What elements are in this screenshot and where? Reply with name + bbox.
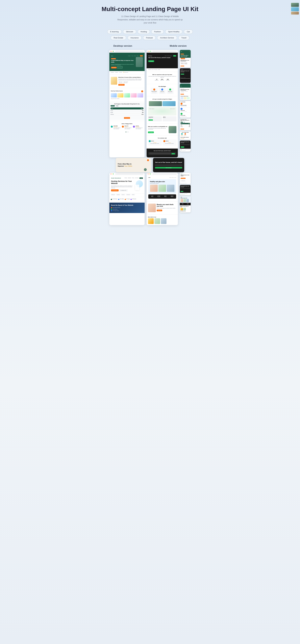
mobile-stats-bar: 120+Products 1700+Customers: [180, 203, 191, 205]
mobile-courses-title: What Kind of Courses Offers Learning Pla…: [180, 89, 190, 91]
get-out-btn[interactable]: Search: [171, 153, 175, 154]
mobile-explore-btn[interactable]: Explore more: [180, 66, 184, 66]
stat-dest: 300: [166, 79, 170, 80]
stat-120-num: 120+: [150, 196, 155, 197]
mobile-product-2: [183, 199, 186, 202]
mobile-yearly-tab[interactable]: Yearly: [183, 122, 185, 123]
mobile-travel-adv: Our advantages Many travel options Lorem…: [180, 101, 191, 118]
mobile-hosting-hero: Avasil ☰ Hosting Services for Your Websi…: [180, 173, 191, 182]
get-out-input[interactable]: [150, 153, 171, 154]
mobile-find-improve: Find a New Way to Improve: [180, 137, 190, 138]
stat-exp: 15: [155, 79, 158, 80]
logo-hostinger: Hostinger: [116, 194, 120, 195]
mobile-travel-hero: Pilot·Hop ☰ Get out of the house, and le…: [180, 68, 191, 77]
travel-hero-btn[interactable]: Get started: [148, 60, 154, 62]
screenshot-group-1: duca. Programs Courses About Pricing Log…: [95, 50, 205, 157]
learners-count: 10K Learners: [119, 82, 122, 83]
tag-architect[interactable]: Architect Service: [157, 36, 177, 40]
mobile-elearning-2: duca. duolingo coursera What Kind of Cou…: [180, 84, 191, 100]
mobile-search-btn[interactable]: Search: [181, 146, 184, 148]
mobile-hosting-col: Avasil ☰ Hosting Services for Your Websi…: [180, 173, 191, 225]
stars-3: ★★★★★: [136, 126, 143, 127]
mobile-travel-btn[interactable]: Get started: [181, 74, 184, 74]
mobile-travel: Pilot·Hop ☰ Get out of the house, and le…: [180, 68, 191, 83]
mobile-adv1-name: Many travel options: [180, 105, 190, 106]
tag-fashion[interactable]: Fashion: [151, 30, 164, 34]
mobile-adv-icon-2: [180, 108, 182, 110]
courses-count: 100+ Courses: [119, 82, 123, 82]
hosting-migration-btn[interactable]: Free Migration Plan: [119, 190, 128, 192]
tag-travel[interactable]: Travel: [178, 36, 189, 40]
bs-product-1: [148, 218, 154, 224]
trusted-travel-icon: [161, 88, 163, 90]
get-started-btn[interactable]: Get started: [149, 120, 153, 121]
mobile-choose-plan-btn[interactable]: Choose Plan: [180, 129, 184, 130]
course-item-5: [137, 93, 143, 98]
vacation-title: Let's go on vacation and get rid of fati…: [148, 98, 176, 100]
min-dot: [112, 51, 113, 52]
mobile-dark-get-out: Get out of the house, and let's travel S…: [180, 185, 191, 195]
mobile-pricing-title: We Preapare a Very Reasonable Pricing Pa…: [180, 119, 190, 121]
reviewer-avatar-2: [163, 140, 165, 142]
tag-podcast[interactable]: Podcast: [143, 36, 156, 40]
mobile-adv-icon-3: [180, 113, 182, 115]
mobile-adv3-name: Best tour guide: [180, 115, 190, 116]
elearning-window-bar: [109, 50, 145, 53]
avatar-1: [111, 126, 113, 128]
travel-img-1: [149, 101, 162, 106]
mobile-screens-col: duca. ☰ E-Learning A New Different Way t…: [180, 50, 191, 157]
hosting-desktop-card: Avasil ●brandnest Hosting Integration Pr…: [109, 173, 145, 225]
place2: Indonesia: [149, 118, 161, 118]
sk-nav: [152, 174, 177, 174]
mobile-hosting-btn[interactable]: Get hosting Now: [181, 178, 185, 179]
mobile-dark-input[interactable]: [180, 188, 190, 189]
feature-icon-4: [131, 199, 132, 200]
close-dot: [111, 51, 111, 52]
tag-skincare[interactable]: Skincare: [123, 30, 136, 34]
partner-duolingo: duolingo: [111, 72, 114, 73]
mobile-dark-title: Get out of the house, and let's travel: [180, 186, 190, 188]
unforgettable-btn[interactable]: Get started: [148, 132, 154, 133]
mobile-elearning: duca. ☰ E-Learning A New Different Way t…: [180, 50, 191, 68]
review-1: Baha Nui ★★★★★ Lorem ipsum dolor sit ame…: [148, 140, 162, 146]
elearning-hero-btn[interactable]: Get started: [111, 67, 117, 68]
explore-more-btn[interactable]: Explore more: [118, 84, 125, 86]
nav-login-btn[interactable]: Login: [140, 178, 143, 179]
travel-images: [148, 100, 176, 107]
course-item-1: [111, 93, 117, 98]
hosting-cta-btn[interactable]: Get hosting Now: [111, 190, 119, 192]
tag-insurance[interactable]: Insurance: [128, 36, 142, 40]
get-out-search-btn[interactable]: Search destination: [155, 167, 182, 168]
mobile-monthly-tab[interactable]: Monthly: [180, 122, 183, 123]
beauty-section: Beauty you want deals you love Discover …: [147, 202, 178, 214]
tag-car[interactable]: Car: [184, 30, 193, 34]
get-out-search-input[interactable]: [155, 164, 182, 166]
logo-sg: Siteground: [111, 194, 115, 195]
map-bg: [148, 107, 176, 116]
boost-feature1: Faster Slider Processes: [113, 207, 120, 208]
tag-realestate[interactable]: Real Estate: [111, 36, 126, 40]
best-guide-icon: [169, 88, 171, 90]
mobile-dark-hosting-nav: Home Pricing Contact About Us hello@ucac…: [180, 193, 191, 195]
elearning-partners: duolingo Ū Udemy coursera 🏆 talentcards: [109, 71, 145, 74]
tag-elearning[interactable]: E-learning: [107, 30, 122, 34]
tag-sport[interactable]: Sport-Healthy: [165, 30, 182, 34]
skincare-products: [150, 185, 174, 192]
tag-hosting[interactable]: Hosting: [138, 30, 150, 34]
mobile-migration-btn[interactable]: Free Migration Plan: [181, 180, 185, 182]
hosting-title: Hosting Services for Your Website: [111, 180, 133, 185]
choose-plan-btn[interactable]: Choose Plan: [124, 117, 130, 119]
monthly-tab[interactable]: Monthly: [111, 105, 115, 106]
mobile-dark-btn[interactable]: Search: [180, 191, 183, 192]
mobile-search-bar[interactable]: [181, 144, 190, 145]
shop-now-btn[interactable]: Shop Now: [157, 210, 162, 211]
mobile-explore2-btn[interactable]: Explore more: [180, 94, 184, 94]
nav-integration: Integration: [128, 178, 131, 179]
yearly-tab[interactable]: Yearly: [115, 105, 119, 106]
course-grid: [111, 93, 143, 98]
best-seller-title: Best seller of our: [148, 216, 176, 218]
mobile-version-label: Mobile version: [170, 44, 187, 48]
mobile-adv-content: Our advantages Many travel options Lorem…: [180, 101, 191, 118]
logo-dreamhost: DreamHost: [126, 194, 131, 195]
decor-rect: [147, 159, 149, 161]
